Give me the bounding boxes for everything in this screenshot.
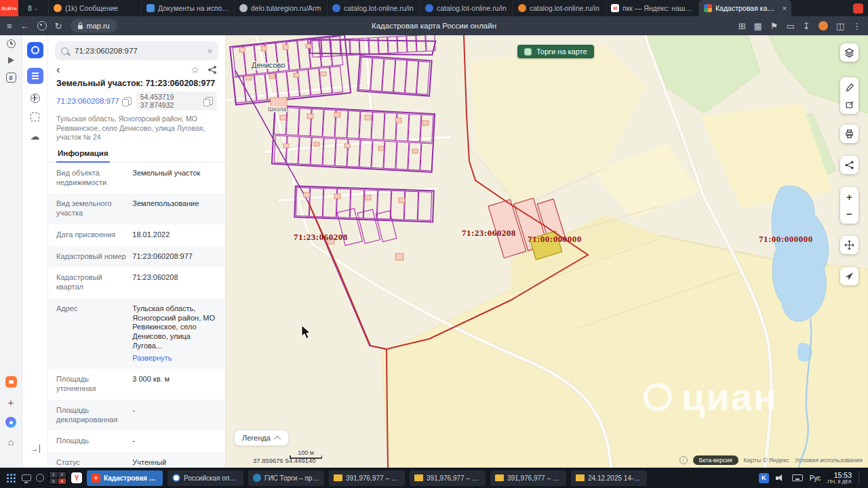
tab-mail[interactable]: (1k) Сообщение bbox=[49, 0, 142, 16]
address-bar[interactable]: map.ru bbox=[71, 19, 117, 33]
beta-badge: Бета-версия bbox=[693, 455, 738, 465]
yandex-browser-launcher[interactable]: Y bbox=[71, 472, 82, 483]
sidebar-toggle-icon[interactable]: ≡ bbox=[7, 22, 12, 30]
tab-title: (1k) Сообщение bbox=[65, 4, 136, 12]
ruler-icon[interactable] bbox=[845, 83, 854, 92]
collapse-panel-icon[interactable]: → bbox=[31, 445, 40, 453]
tab-count-label: 8 bbox=[28, 5, 32, 12]
table-row: Площадь уточненная3 000 кв. м bbox=[48, 369, 225, 400]
share-map-button[interactable] bbox=[840, 156, 859, 174]
tab-lot-online-3[interactable]: catalog.lot-online.ru/in bbox=[513, 0, 606, 16]
history-icon[interactable] bbox=[7, 39, 16, 48]
extensions-icon[interactable]: ⊞ bbox=[738, 22, 746, 30]
tab-title: Кадастровая карта Р bbox=[715, 4, 776, 12]
refresh-icon[interactable]: ↻ bbox=[55, 22, 62, 30]
tab-groups-icon[interactable]: 8 bbox=[6, 73, 16, 83]
protect-icon[interactable] bbox=[37, 21, 47, 30]
add-panel-icon[interactable]: + bbox=[8, 396, 14, 408]
desktop-2[interactable]: 2 bbox=[58, 472, 66, 478]
map-canvas[interactable]: 71:23:060208 71:23:060208 71:00:000000 7… bbox=[226, 35, 868, 468]
taskbar-item-folder-1[interactable]: 391,976,977 – Мен... bbox=[329, 470, 405, 486]
yandex-login-button[interactable]: Войти bbox=[0, 0, 18, 16]
pan-button[interactable] bbox=[840, 236, 859, 254]
home-icon[interactable]: ⌂ bbox=[8, 436, 14, 447]
tab-docs[interactable]: Документы на исполн bbox=[142, 0, 235, 16]
zoom-in-button[interactable]: + bbox=[846, 192, 852, 202]
media-play-icon[interactable] bbox=[8, 57, 14, 64]
info-icon[interactable]: i bbox=[679, 456, 688, 464]
search-input[interactable] bbox=[73, 46, 202, 56]
table-row: Кадастровый квартал71:23:060208 bbox=[48, 267, 225, 298]
browser-menu[interactable] bbox=[848, 0, 868, 16]
tab-counter[interactable]: 8⌄ bbox=[18, 0, 49, 16]
legend-button[interactable]: Легенда bbox=[234, 430, 289, 446]
messenger-icon[interactable] bbox=[5, 376, 17, 388]
tab-information[interactable]: Информация bbox=[56, 147, 110, 163]
desktop-4-active[interactable]: 4 bbox=[58, 479, 66, 485]
taskbar-item-cadastral-map[interactable]: YКадастровая кар... bbox=[87, 470, 163, 486]
profile-avatar[interactable] bbox=[818, 21, 828, 30]
taskbar-item-folder-4[interactable]: 24.12.2025 14-30 ... bbox=[571, 470, 647, 486]
coordinates-value: 54.453719 37.874932 bbox=[140, 93, 202, 109]
taskbar-item-folder-2[interactable]: 391,976,977 – Мен... bbox=[410, 470, 486, 486]
taskbar-item-roi[interactable]: Российская опер... bbox=[167, 470, 243, 486]
favorite-star-icon[interactable]: ☆ bbox=[191, 64, 199, 75]
layers-cloud-icon[interactable]: ☁ bbox=[31, 131, 40, 142]
bookmark-flag-icon[interactable]: ⚑ bbox=[770, 22, 778, 30]
show-desktop-button[interactable] bbox=[859, 470, 861, 485]
split-view-icon[interactable]: ◫ bbox=[836, 22, 844, 30]
zoom-out-button[interactable]: − bbox=[846, 209, 852, 219]
print-button[interactable] bbox=[840, 125, 859, 143]
alice-icon[interactable] bbox=[5, 417, 16, 428]
clear-search-icon[interactable]: × bbox=[207, 46, 212, 56]
torgi-checkbox[interactable] bbox=[524, 48, 532, 56]
volume-icon[interactable] bbox=[776, 474, 785, 482]
app-icon bbox=[172, 474, 180, 482]
site-tool-rail: ☁ → bbox=[22, 35, 48, 468]
apps-grid-icon[interactable]: ▦ bbox=[754, 22, 762, 30]
search-box[interactable]: × bbox=[55, 41, 218, 60]
tab-cadastral-map[interactable]: Кадастровая карта Р× bbox=[699, 0, 791, 16]
start-menu-icon[interactable] bbox=[7, 474, 9, 476]
table-row: Кадастровый номер71:23:060208:977 bbox=[48, 246, 225, 268]
site-logo[interactable] bbox=[27, 42, 43, 58]
desktop-1[interactable]: 1 bbox=[50, 472, 58, 478]
geolocation-button[interactable] bbox=[840, 267, 859, 285]
taskbar-item-gis-torgi[interactable]: ГИС Торги – прод... bbox=[248, 470, 324, 486]
virtual-desktop-pager[interactable]: 1 2 3 4 bbox=[49, 471, 66, 485]
system-app-icon[interactable] bbox=[36, 474, 44, 482]
torgi-toggle-button[interactable]: Торги на карте bbox=[517, 45, 594, 58]
comments-icon[interactable]: ▭ bbox=[787, 22, 795, 30]
clock[interactable]: 15:53 ПН, 8 ДЕК bbox=[827, 471, 852, 485]
system-monitor-icon[interactable] bbox=[22, 474, 31, 481]
desktop-3[interactable]: 3 bbox=[50, 479, 58, 485]
expand-link[interactable]: Развернуть bbox=[132, 354, 217, 363]
layers-button[interactable] bbox=[840, 43, 859, 62]
back-icon[interactable]: ← bbox=[20, 22, 29, 30]
more-menu-icon[interactable]: ⋮ bbox=[852, 22, 861, 30]
cadastral-number-link[interactable]: 71:23:060208:977 bbox=[56, 97, 119, 105]
keyboard-icon[interactable] bbox=[792, 474, 803, 481]
tab-yandex-search[interactable]: Япкк — Яндекс: нашлос bbox=[606, 0, 699, 16]
copy-icon[interactable] bbox=[205, 97, 213, 105]
browser-toolbar: ≡ ← ↻ map.ru Кадастровая карта России он… bbox=[0, 16, 868, 35]
extent-tool-icon[interactable] bbox=[31, 113, 39, 121]
edit-icon[interactable] bbox=[845, 100, 854, 109]
language-indicator[interactable]: Рус bbox=[810, 474, 821, 482]
globe-icon bbox=[253, 474, 261, 482]
tab-delo[interactable]: delo.tularegion.ru/Arm bbox=[235, 0, 328, 16]
tab-lot-online-1[interactable]: catalog.lot-online.ru/in bbox=[328, 0, 420, 16]
search-results-tool[interactable] bbox=[27, 68, 43, 84]
share-icon[interactable] bbox=[208, 65, 217, 75]
copy-icon[interactable] bbox=[124, 97, 132, 105]
yandex-icon: Я bbox=[611, 4, 619, 12]
taskbar-item-folder-3[interactable]: 391,976,977 – Мен... bbox=[490, 470, 566, 486]
panel-back-icon[interactable]: ‹ bbox=[56, 65, 60, 75]
measure-tool-icon[interactable] bbox=[31, 94, 40, 103]
tab-close-icon[interactable]: × bbox=[780, 4, 787, 12]
tray-app-icon[interactable]: K bbox=[759, 473, 769, 483]
table-row: Площадь декларированная- bbox=[48, 400, 225, 431]
tab-lot-online-2[interactable]: catalog.lot-online.ru/in bbox=[420, 0, 513, 16]
download-icon[interactable]: ↧ bbox=[803, 22, 810, 30]
terms-link[interactable]: Условия использования bbox=[795, 457, 863, 464]
